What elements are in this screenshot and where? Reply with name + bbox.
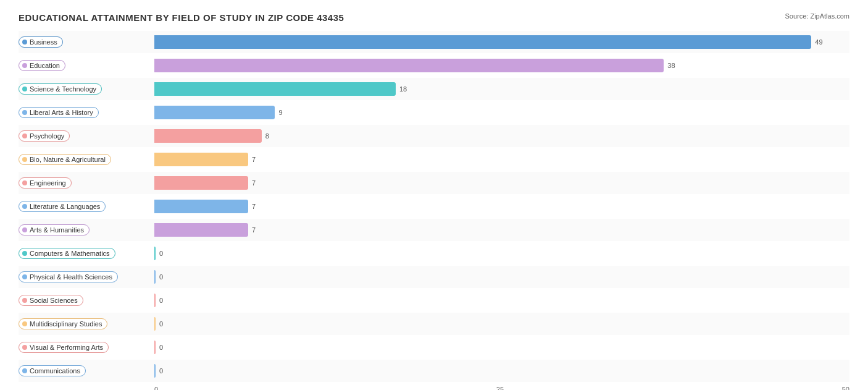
page-container: EDUCATIONAL ATTAINMENT BY FIELD OF STUDY… bbox=[19, 12, 849, 390]
bar-row: Engineering7 bbox=[19, 172, 849, 194]
bar-label: Engineering bbox=[19, 177, 154, 189]
bar-row: Liberal Arts & History9 bbox=[19, 101, 849, 124]
bar-container: 0 bbox=[154, 292, 849, 309]
bar-fill bbox=[154, 294, 156, 307]
bar-container: 7 bbox=[154, 151, 849, 168]
bar-row: Multidisciplinary Studies0 bbox=[19, 313, 849, 335]
bar-container: 18 bbox=[154, 80, 849, 98]
bar-fill bbox=[154, 153, 248, 166]
bar-container: 49 bbox=[154, 33, 849, 51]
bar-value-label: 7 bbox=[252, 156, 256, 163]
bar-fill bbox=[154, 59, 664, 72]
bar-row: Psychology8 bbox=[19, 125, 849, 147]
x-axis-labels: 02550 bbox=[154, 386, 849, 390]
bar-label: Computers & Mathematics bbox=[19, 248, 154, 259]
bar-container: 8 bbox=[154, 127, 849, 145]
bar-fill bbox=[154, 364, 156, 378]
bar-row: Computers & Mathematics0 bbox=[19, 242, 849, 265]
bar-fill bbox=[154, 82, 396, 96]
bar-fill bbox=[154, 129, 262, 143]
bar-label: Liberal Arts & History bbox=[19, 107, 154, 118]
bar-value-label: 7 bbox=[252, 203, 256, 210]
x-axis-label: 50 bbox=[842, 386, 849, 390]
bar-label: Physical & Health Sciences bbox=[19, 271, 154, 282]
bar-label: Social Sciences bbox=[19, 295, 154, 306]
bar-row: Arts & Humanities7 bbox=[19, 219, 849, 241]
bar-label: Communications bbox=[19, 365, 154, 376]
bar-value-label: 0 bbox=[159, 344, 163, 351]
source-label: Source: ZipAtlas.com bbox=[785, 12, 849, 20]
bar-label: Education bbox=[19, 60, 154, 71]
bar-value-label: 8 bbox=[265, 132, 269, 140]
bar-fill bbox=[154, 106, 275, 119]
bar-container: 0 bbox=[154, 362, 849, 379]
bar-container: 7 bbox=[154, 221, 849, 239]
bar-fill bbox=[154, 247, 156, 260]
chart-title: EDUCATIONAL ATTAINMENT BY FIELD OF STUDY… bbox=[19, 12, 344, 23]
bar-fill bbox=[154, 35, 811, 49]
bar-label: Psychology bbox=[19, 130, 154, 142]
bar-fill bbox=[154, 200, 248, 213]
bar-value-label: 0 bbox=[159, 273, 163, 281]
bar-container: 38 bbox=[154, 57, 849, 74]
bar-label: Visual & Performing Arts bbox=[19, 342, 154, 353]
bar-fill bbox=[154, 317, 156, 331]
bar-container: 0 bbox=[154, 339, 849, 356]
bar-label: Multidisciplinary Studies bbox=[19, 318, 154, 329]
bar-fill bbox=[154, 341, 156, 354]
bar-fill bbox=[154, 270, 156, 284]
bar-row: Visual & Performing Arts0 bbox=[19, 336, 849, 358]
bar-value-label: 18 bbox=[399, 85, 407, 93]
bars-section: Business49Education38Science & Technolog… bbox=[19, 31, 849, 382]
bar-row: Physical & Health Sciences0 bbox=[19, 266, 849, 288]
bar-value-label: 7 bbox=[252, 226, 256, 234]
bar-row: Communications0 bbox=[19, 360, 849, 382]
bar-value-label: 38 bbox=[667, 62, 675, 69]
bar-value-label: 0 bbox=[159, 367, 163, 375]
bar-value-label: 7 bbox=[252, 179, 256, 187]
bar-label: Arts & Humanities bbox=[19, 224, 154, 235]
bar-container: 0 bbox=[154, 268, 849, 286]
bar-label: Bio, Nature & Agricultural bbox=[19, 154, 154, 165]
bar-label: Literature & Languages bbox=[19, 201, 154, 212]
bar-row: Education38 bbox=[19, 54, 849, 77]
x-axis-label: 0 bbox=[154, 386, 158, 390]
bar-container: 9 bbox=[154, 104, 849, 121]
bar-row: Bio, Nature & Agricultural7 bbox=[19, 148, 849, 171]
bar-label: Business bbox=[19, 36, 154, 48]
bar-value-label: 0 bbox=[159, 320, 163, 328]
bar-container: 7 bbox=[154, 198, 849, 215]
bar-row: Business49 bbox=[19, 31, 849, 53]
bar-label: Science & Technology bbox=[19, 83, 154, 95]
bar-row: Social Sciences0 bbox=[19, 289, 849, 312]
bar-fill bbox=[154, 176, 248, 190]
x-axis-label: 25 bbox=[496, 386, 504, 390]
bar-value-label: 0 bbox=[159, 297, 163, 304]
bar-container: 7 bbox=[154, 174, 849, 192]
bar-row: Literature & Languages7 bbox=[19, 195, 849, 218]
chart-wrapper: Business49Education38Science & Technolog… bbox=[19, 31, 849, 390]
bar-value-label: 49 bbox=[815, 38, 822, 46]
bar-row: Science & Technology18 bbox=[19, 78, 849, 100]
x-axis: 02550 bbox=[19, 386, 849, 390]
bar-value-label: 9 bbox=[278, 109, 282, 116]
bar-value-label: 0 bbox=[159, 250, 163, 257]
bar-container: 0 bbox=[154, 245, 849, 262]
bar-container: 0 bbox=[154, 315, 849, 333]
bar-fill bbox=[154, 223, 248, 237]
